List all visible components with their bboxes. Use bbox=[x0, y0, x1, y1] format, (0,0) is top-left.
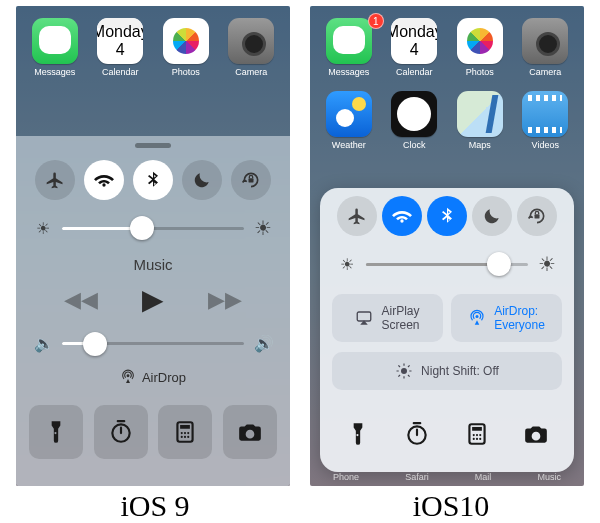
svg-point-28 bbox=[479, 434, 481, 436]
calculator-button[interactable] bbox=[453, 412, 501, 456]
brightness-high-icon: ☀ bbox=[254, 216, 272, 240]
moon-icon bbox=[192, 170, 212, 190]
bluetooth-toggle[interactable] bbox=[427, 196, 467, 236]
svg-line-22 bbox=[408, 365, 410, 367]
airplane-toggle[interactable] bbox=[35, 160, 75, 200]
svg-rect-11 bbox=[535, 214, 540, 218]
svg-point-14 bbox=[401, 368, 407, 374]
weather-icon bbox=[326, 91, 372, 137]
app-camera[interactable]: Camera bbox=[221, 18, 281, 77]
brightness-slider[interactable]: ☀ ☀ bbox=[320, 242, 574, 286]
moon-icon bbox=[482, 206, 502, 226]
next-track-button[interactable]: ▶▶ bbox=[208, 287, 242, 313]
dnd-toggle[interactable] bbox=[472, 196, 512, 236]
svg-point-5 bbox=[181, 432, 183, 434]
svg-line-19 bbox=[398, 365, 400, 367]
play-button[interactable]: ▶ bbox=[142, 283, 164, 316]
app-label: Camera bbox=[529, 67, 561, 77]
clock-icon bbox=[391, 91, 437, 137]
app-videos[interactable]: Videos bbox=[515, 91, 575, 150]
bluetooth-icon bbox=[437, 206, 457, 226]
calendar-dom: 4 bbox=[116, 41, 125, 59]
svg-rect-0 bbox=[249, 178, 254, 182]
app-label: Calendar bbox=[396, 67, 433, 77]
volume-slider[interactable]: 🔈 🔊 bbox=[16, 324, 290, 363]
camera-button[interactable] bbox=[223, 405, 277, 459]
ios9-statusbar bbox=[16, 6, 290, 14]
wifi-icon bbox=[94, 170, 114, 190]
app-messages[interactable]: 1 Messages bbox=[319, 18, 379, 77]
grabber[interactable] bbox=[135, 143, 171, 148]
flashlight-button[interactable] bbox=[334, 412, 382, 456]
wifi-toggle[interactable] bbox=[84, 160, 124, 200]
volume-low-icon: 🔈 bbox=[34, 334, 52, 353]
messages-icon bbox=[326, 18, 372, 64]
camera-button[interactable] bbox=[512, 412, 560, 456]
svg-line-20 bbox=[408, 375, 410, 377]
dock-label: Safari bbox=[405, 472, 429, 482]
ios10-control-center: ☀ ☀ AirPlay Screen AirDrop: Everyone Nig… bbox=[320, 188, 574, 472]
calendar-dow: Monday bbox=[391, 23, 437, 41]
wifi-toggle[interactable] bbox=[382, 196, 422, 236]
messages-icon bbox=[32, 18, 78, 64]
caption-ios9: iOS 9 bbox=[10, 489, 300, 523]
airdrop-button[interactable]: AirDrop: Everyone bbox=[451, 294, 562, 342]
ios10-shortcuts bbox=[320, 402, 574, 468]
app-clock[interactable]: Clock bbox=[384, 91, 444, 150]
app-photos[interactable]: Photos bbox=[450, 18, 510, 77]
airdrop-icon bbox=[468, 309, 486, 327]
ios9-toggle-row bbox=[16, 152, 290, 206]
music-widget: Music ◀◀ ▶ ▶▶ bbox=[16, 256, 290, 316]
rotation-lock-toggle[interactable] bbox=[517, 196, 557, 236]
camera-icon bbox=[522, 18, 568, 64]
dock-label: Phone bbox=[333, 472, 359, 482]
app-calendar[interactable]: Monday 4 Calendar bbox=[90, 18, 150, 77]
svg-point-29 bbox=[472, 438, 474, 440]
rotation-lock-icon bbox=[527, 206, 547, 226]
svg-point-13 bbox=[476, 315, 479, 318]
brightness-low-icon: ☀ bbox=[338, 255, 356, 274]
videos-icon bbox=[522, 91, 568, 137]
ios9-control-center: ☀ ☀ Music ◀◀ ▶ ▶▶ 🔈 🔊 AirDrop bbox=[16, 136, 290, 486]
airplane-toggle[interactable] bbox=[337, 196, 377, 236]
airdrop-button[interactable]: AirDrop bbox=[16, 369, 290, 385]
wifi-icon bbox=[392, 206, 412, 226]
night-shift-label: Night Shift: Off bbox=[421, 364, 499, 378]
dock-label: Music bbox=[537, 472, 561, 482]
ios10-app-row-1: 1 Messages Monday 4 Calendar Photos Came… bbox=[310, 18, 584, 77]
svg-point-27 bbox=[476, 434, 478, 436]
svg-rect-12 bbox=[358, 312, 372, 321]
night-shift-icon bbox=[395, 362, 413, 380]
app-photos[interactable]: Photos bbox=[156, 18, 216, 77]
prev-track-button[interactable]: ◀◀ bbox=[64, 287, 98, 313]
app-camera[interactable]: Camera bbox=[515, 18, 575, 77]
maps-icon bbox=[457, 91, 503, 137]
calendar-dom: 4 bbox=[410, 41, 419, 59]
app-label: Videos bbox=[532, 140, 559, 150]
app-label: Photos bbox=[466, 67, 494, 77]
dnd-toggle[interactable] bbox=[182, 160, 222, 200]
app-calendar[interactable]: Monday 4 Calendar bbox=[384, 18, 444, 77]
svg-point-8 bbox=[181, 436, 183, 438]
calculator-button[interactable] bbox=[158, 405, 212, 459]
airplane-icon bbox=[45, 170, 65, 190]
flashlight-button[interactable] bbox=[29, 405, 83, 459]
app-weather[interactable]: Weather bbox=[319, 91, 379, 150]
brightness-slider[interactable]: ☀ ☀ bbox=[16, 206, 290, 250]
night-shift-button[interactable]: Night Shift: Off bbox=[332, 352, 562, 390]
airdrop-icon bbox=[120, 369, 136, 385]
app-messages[interactable]: Messages bbox=[25, 18, 85, 77]
ios10-screenshot: 1 Messages Monday 4 Calendar Photos Came… bbox=[310, 6, 584, 486]
airdrop-label: AirDrop bbox=[142, 370, 186, 385]
rotation-lock-toggle[interactable] bbox=[231, 160, 271, 200]
timer-button[interactable] bbox=[94, 405, 148, 459]
airplay-button[interactable]: AirPlay Screen bbox=[332, 294, 443, 342]
music-title: Music bbox=[16, 256, 290, 273]
ios9-app-row: Messages Monday 4 Calendar Photos Camera bbox=[16, 18, 290, 77]
app-maps[interactable]: Maps bbox=[450, 91, 510, 150]
bluetooth-toggle[interactable] bbox=[133, 160, 173, 200]
airplay-label: AirPlay Screen bbox=[381, 304, 419, 332]
timer-button[interactable] bbox=[393, 412, 441, 456]
svg-point-10 bbox=[187, 436, 189, 438]
app-label: Maps bbox=[469, 140, 491, 150]
